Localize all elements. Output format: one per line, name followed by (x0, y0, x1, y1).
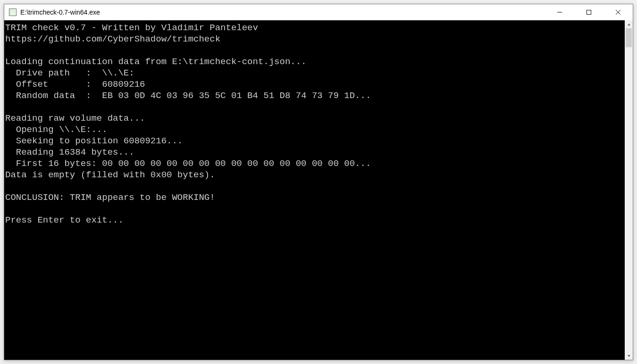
scroll-down-arrow-icon[interactable] (625, 352, 633, 360)
vertical-scrollbar[interactable] (625, 20, 633, 360)
scroll-thumb[interactable] (626, 28, 632, 47)
minimize-button[interactable] (545, 4, 574, 20)
client-area: TRIM check v0.7 - Written by Vladimir Pa… (4, 20, 633, 360)
app-icon (9, 8, 17, 16)
window-controls (545, 4, 633, 20)
svg-rect-1 (587, 10, 591, 15)
maximize-button[interactable] (574, 4, 603, 20)
scroll-up-arrow-icon[interactable] (625, 20, 633, 28)
titlebar[interactable]: E:\trimcheck-0.7-win64.exe (4, 4, 633, 20)
app-window: E:\trimcheck-0.7-win64.exe TRIM check v0… (4, 4, 633, 360)
close-button[interactable] (603, 4, 633, 20)
console-output[interactable]: TRIM check v0.7 - Written by Vladimir Pa… (4, 20, 625, 360)
maximize-icon (586, 9, 592, 15)
minimize-icon (557, 9, 562, 15)
window-title: E:\trimcheck-0.7-win64.exe (20, 8, 545, 16)
close-icon (615, 9, 621, 15)
